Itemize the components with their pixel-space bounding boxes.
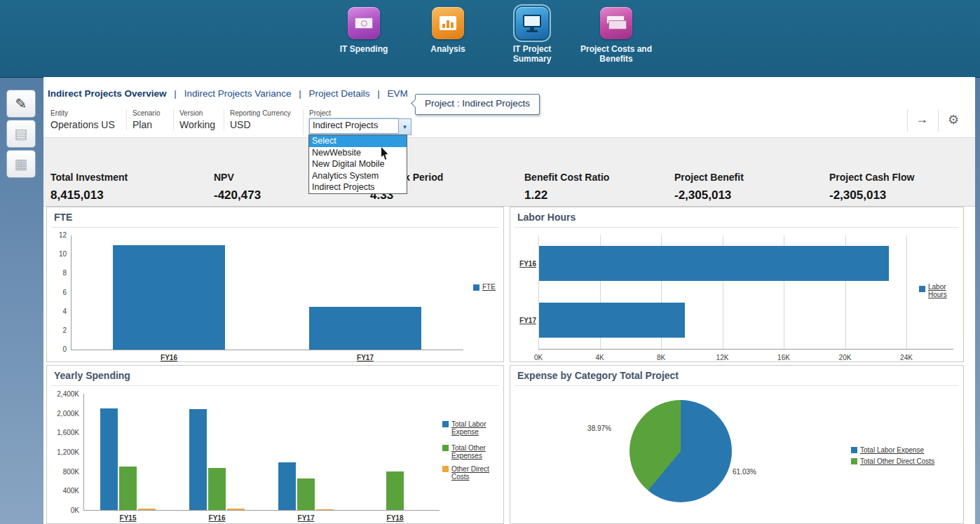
x-axis-category[interactable]: FY17 xyxy=(267,354,463,361)
dropdown-option-analytics-system[interactable]: Analytics System xyxy=(309,170,407,182)
analysis-icon xyxy=(432,7,464,39)
toolbar-divider xyxy=(907,109,908,132)
y-axis-tick: 12 xyxy=(48,231,67,239)
spending-bar-fy17[interactable] xyxy=(316,509,334,511)
tab-evm[interactable]: EVM xyxy=(388,88,408,99)
spending-bar-fy16[interactable] xyxy=(208,468,226,510)
y-axis-category[interactable]: FY16 xyxy=(519,260,537,268)
kpi-value: 8,415,013 xyxy=(50,188,128,202)
sidebar-print-button[interactable]: ▤ xyxy=(6,120,36,148)
nav-item-analysis[interactable]: Analysis xyxy=(409,7,487,64)
y-axis-tick: 2,400K xyxy=(47,390,79,398)
kpi-label: NPV xyxy=(214,172,261,183)
legend-label[interactable]: Other Direct Costs xyxy=(451,465,491,481)
sidebar-layout-button[interactable]: ▦ xyxy=(6,150,36,178)
fte-bar-fy16[interactable] xyxy=(113,245,225,350)
fte-chart-box: FTE 024681012FY16FY17FTE xyxy=(46,207,504,362)
spending-bar-fy17[interactable] xyxy=(297,478,315,510)
dropdown-option-select[interactable]: Select xyxy=(309,135,407,147)
legend-label[interactable]: Total Other Direct Costs xyxy=(860,457,934,465)
y-axis-tick: 2,000K xyxy=(47,410,79,418)
y-axis-tick: 0K xyxy=(47,506,79,514)
x-axis-category[interactable]: FY15 xyxy=(83,514,172,522)
spending-bar-fy15[interactable] xyxy=(100,408,118,510)
chevron-down-icon[interactable]: ▼ xyxy=(399,118,411,135)
legend-label[interactable]: Labor Hours xyxy=(928,283,959,298)
dropdown-option-newwebsite[interactable]: NewWebsite xyxy=(309,147,407,159)
pov-label: Project xyxy=(309,109,411,117)
project-combobox[interactable]: Indirect Projects ▼ xyxy=(309,118,411,135)
spending-bar-fy17[interactable] xyxy=(278,462,296,510)
project-combobox-value[interactable]: Indirect Projects xyxy=(309,118,399,134)
sidebar-edit-button[interactable]: ✎ xyxy=(6,90,36,118)
nav-item-project-costs[interactable]: Project Costs and Benefits xyxy=(577,7,655,64)
nav-label: Analysis xyxy=(409,44,487,54)
pov-field-version: Version Working xyxy=(173,109,215,130)
top-navigation: IT Spending Analysis IT Project Summary … xyxy=(325,7,655,64)
y-axis-tick: 400K xyxy=(47,487,79,495)
it-project-summary-icon xyxy=(516,7,548,39)
forward-arrow-icon[interactable]: → xyxy=(916,112,928,127)
pov-value[interactable]: Working xyxy=(179,119,215,130)
x-axis-tick: 24K xyxy=(894,354,919,361)
x-axis-tick: 16K xyxy=(771,354,796,361)
nav-label: Project Costs and Benefits xyxy=(577,44,655,64)
it-spending-icon xyxy=(348,7,380,39)
kpi-value: -2,305,013 xyxy=(829,188,914,202)
x-axis-category[interactable]: FY17 xyxy=(261,514,351,522)
legend-label[interactable]: Total Labor Expense xyxy=(860,446,924,454)
pov-field-entity: Entity Operations US xyxy=(50,109,115,130)
pov-label: Reporting Currency xyxy=(230,109,291,117)
kpi-npv: NPV -420,473 xyxy=(214,172,261,202)
nav-item-it-project-summary[interactable]: IT Project Summary xyxy=(493,7,571,64)
x-axis-line xyxy=(538,349,953,350)
y-axis-category[interactable]: FY17 xyxy=(519,317,537,324)
fte-bar-fy17[interactable] xyxy=(309,307,421,350)
y-axis-tick: 800K xyxy=(47,468,79,476)
legend-label[interactable]: Total Other Expenses xyxy=(451,444,491,460)
nav-item-it-spending[interactable]: IT Spending xyxy=(325,7,403,64)
gear-icon[interactable]: ⚙ xyxy=(948,112,959,127)
kpi-label: Benefit Cost Ratio xyxy=(524,172,609,183)
tab-indirect-projects-variance[interactable]: Indirect Projects Variance xyxy=(184,88,292,99)
x-axis-category[interactable]: FY18 xyxy=(351,514,440,522)
tab-project-details[interactable]: Project Details xyxy=(309,88,370,99)
pov-label: Version xyxy=(179,109,215,117)
pov-field-scenario: Scenario Plan xyxy=(126,109,160,130)
pov-value[interactable]: Operations US xyxy=(50,119,115,130)
pov-value[interactable]: USD xyxy=(230,119,291,130)
nav-label: IT Spending xyxy=(325,44,403,54)
monitor-glyph xyxy=(523,15,541,27)
tab-indirect-projects-overview[interactable]: Indirect Projects Overview xyxy=(48,88,167,99)
x-axis-category[interactable]: FY16 xyxy=(172,514,261,522)
legend-swatch xyxy=(919,286,925,292)
x-axis-line xyxy=(71,350,463,350)
expense-by-category-chart-box: Expense by Category Total Project 38.97%… xyxy=(510,365,964,524)
y-axis-line xyxy=(83,394,84,510)
pov-value[interactable]: Plan xyxy=(132,119,160,130)
spending-bar-fy15[interactable] xyxy=(119,467,137,510)
kpi-label: Project Cash Flow xyxy=(829,172,914,183)
labor-bar-fy17[interactable] xyxy=(539,303,685,338)
spending-bar-fy18[interactable] xyxy=(386,471,404,510)
chart-title: Labor Hours xyxy=(517,212,576,223)
legend-label[interactable]: FTE xyxy=(482,283,496,291)
kpi-label: Project Benefit xyxy=(674,172,744,183)
spending-bar-fy15[interactable] xyxy=(138,509,156,510)
banknote-glyph xyxy=(355,18,373,29)
spending-bar-fy16[interactable] xyxy=(227,509,245,510)
spending-bar-fy16[interactable] xyxy=(189,409,207,510)
dropdown-option-indirect-projects[interactable]: Indirect Projects xyxy=(309,181,407,193)
labor-bar-fy16[interactable] xyxy=(539,246,889,281)
kpi-value: -420,473 xyxy=(214,188,261,202)
pie-chart[interactable] xyxy=(629,400,732,502)
x-axis-category[interactable]: FY16 xyxy=(71,354,267,361)
tab-separator: | xyxy=(377,88,380,99)
pov-label: Entity xyxy=(50,109,115,117)
chart-glyph xyxy=(440,16,456,30)
chart-title: Yearly Spending xyxy=(54,370,130,381)
dropdown-option-new-digital-mobile[interactable]: New Digital Mobile xyxy=(309,158,407,170)
y-axis-tick: 4 xyxy=(48,308,67,315)
legend-label[interactable]: Total Labor Expense xyxy=(451,420,491,436)
legend-swatch xyxy=(442,421,449,427)
